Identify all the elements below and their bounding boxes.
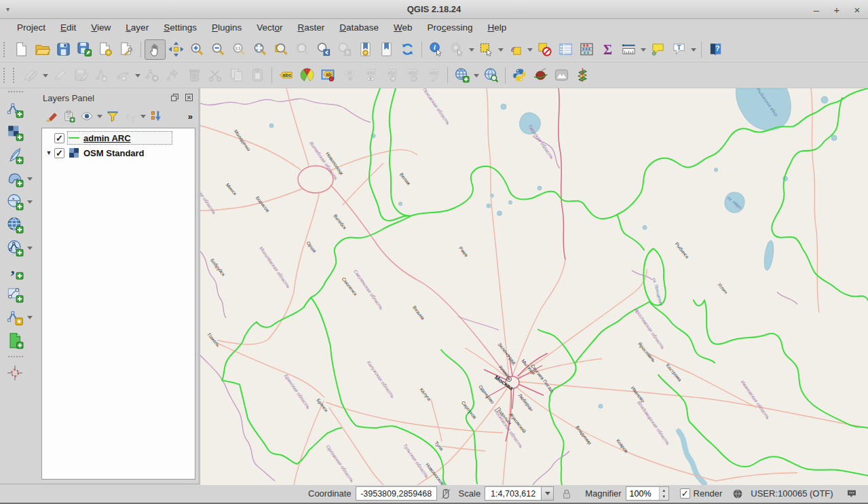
python-console[interactable] [509,65,530,86]
zoom-next[interactable] [334,39,355,60]
add-wms-layer[interactable] [4,191,26,213]
add-raster-layer[interactable] [4,122,26,143]
add-delimited-text-layer[interactable] [4,260,26,282]
menu-web[interactable]: Web [386,19,420,37]
layer-row-osm-standard[interactable]: ▼ ✓ OSM Standard [43,145,195,160]
move-label[interactable] [381,65,402,86]
refresh-map[interactable] [397,39,418,60]
select-by-expression[interactable] [505,39,526,60]
zoom-full[interactable] [250,39,271,60]
zoom-to-layer[interactable] [271,39,292,60]
menu-project[interactable]: Project [10,19,53,37]
cut-features[interactable] [205,65,226,86]
new-project[interactable] [11,39,32,60]
web-download-osm[interactable] [451,65,472,86]
add-group[interactable] [60,107,78,125]
panel-toolbar-overflow[interactable]: » [188,111,193,122]
minimize-button[interactable]: – [811,4,822,16]
current-edits-dropdown[interactable] [41,65,50,86]
menu-vector[interactable]: Vector [249,19,290,37]
add-wfs-layer-dropdown[interactable] [26,238,34,258]
identify-features[interactable] [426,39,447,60]
filter-legend-by-expression-dropdown[interactable] [139,106,147,126]
new-spatialite-layer-dropdown[interactable] [26,307,34,327]
new-spatialite-layer[interactable] [4,306,26,328]
map-canvas[interactable]: МолодечноМинскБорисовОршаВитебскБобруйск… [200,88,868,484]
manage-layer-visibility-dropdown[interactable] [96,106,104,126]
toggle-extents-icon[interactable] [440,488,452,500]
move-feature[interactable] [142,65,163,86]
filter-legend[interactable] [104,107,121,125]
delete-selected[interactable] [184,65,205,86]
lock-scale-icon[interactable] [561,488,573,500]
layer-checkbox[interactable]: ✓ [54,148,64,158]
toolbar-handle[interactable] [3,42,9,57]
pan-map[interactable] [145,39,166,60]
add-feature[interactable] [92,65,113,86]
paste-features[interactable] [247,65,268,86]
layer-checkbox[interactable]: ✓ [54,133,64,143]
scale-input[interactable] [485,486,542,501]
open-project[interactable] [32,39,53,60]
zoom-to-selection[interactable] [292,39,313,60]
menu-help[interactable]: Help [480,19,514,37]
toolbar-handle[interactable] [13,68,18,83]
close-button[interactable]: × [852,4,863,16]
show-bookmarks[interactable] [376,39,397,60]
composer-manager[interactable] [116,39,137,60]
rotate-label[interactable] [402,65,423,86]
highlight-pinned-labels[interactable] [339,65,360,86]
menu-database[interactable]: Database [332,19,386,37]
coordinate-input[interactable] [356,486,437,501]
layer-labeling-options[interactable] [276,65,297,86]
add-spatialite-layer[interactable] [4,145,26,166]
change-label[interactable] [423,65,444,86]
zoom-in[interactable] [187,39,208,60]
maximize-button[interactable]: + [831,4,842,16]
render-checkbox[interactable]: ✓ [680,488,690,499]
panel-float-button[interactable] [169,92,180,103]
toolbar-handle[interactable] [8,91,23,96]
scale-dropdown[interactable] [542,486,554,501]
layer-tree[interactable]: ✓ admin ARC ▼ ✓ OSM Standard [41,128,195,480]
menu-raster[interactable]: Raster [290,19,333,37]
copy-features[interactable] [226,65,247,86]
measure-line-dropdown[interactable] [639,39,647,60]
help-contents[interactable] [705,39,726,60]
field-calculator[interactable] [576,39,597,60]
save-project[interactable] [53,39,74,60]
expand-collapse-all[interactable] [147,107,165,125]
spin-down-icon[interactable]: ▼ [660,494,668,501]
run-feature-action-dropdown[interactable] [468,39,476,60]
menu-plugins[interactable]: Plugins [204,19,249,37]
current-edits[interactable] [20,65,41,86]
messages-icon[interactable] [846,488,858,500]
new-geopackage-layer[interactable] [4,329,26,351]
filter-legend-by-expression[interactable] [121,107,139,125]
layer-row-admin-arc[interactable]: ✓ admin ARC [43,130,195,145]
add-postgis-layer[interactable] [4,168,26,190]
select-features[interactable] [476,39,497,60]
select-features-dropdown[interactable] [497,39,505,60]
run-feature-action[interactable] [447,39,468,60]
add-circular-string[interactable] [113,65,134,86]
expander-icon[interactable]: ▼ [43,149,54,156]
toggle-editing[interactable] [50,65,71,86]
manage-layer-visibility[interactable] [78,107,96,125]
layer-name[interactable]: admin ARC [83,133,131,143]
open-layer-styling[interactable] [43,107,60,125]
select-by-expression-dropdown[interactable] [526,39,534,60]
pin-unpin-labels[interactable] [318,65,339,86]
zoom-native[interactable] [229,39,250,60]
new-print-composer[interactable] [95,39,116,60]
text-annotation-dropdown[interactable] [690,39,698,60]
save-layer-edits[interactable] [71,65,92,86]
zoom-out[interactable] [208,39,229,60]
new-shapefile-layer[interactable] [4,283,26,305]
crs-globe-icon[interactable] [732,488,744,500]
menu-edit[interactable]: Edit [53,19,83,37]
plugin-layer-stack[interactable] [572,65,593,86]
deselect-all[interactable] [534,39,555,60]
menu-view[interactable]: View [83,19,118,37]
web-download-osm-dropdown[interactable] [472,65,480,86]
